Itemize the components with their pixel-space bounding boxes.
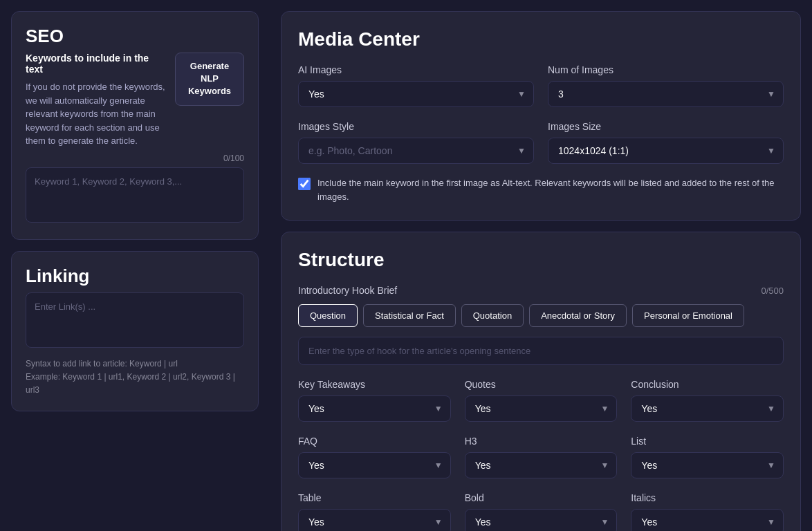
bold-select[interactable]: YesNo xyxy=(465,509,618,531)
seo-description: If you do not provide the keywords, we w… xyxy=(26,80,167,148)
conclusion-select[interactable]: YesNo xyxy=(631,395,784,422)
seo-card: SEO Keywords to include in the text If y… xyxy=(11,11,259,240)
h3-select-wrapper: YesNo ▼ xyxy=(465,452,618,478)
seo-subtitle: Keywords to include in the text xyxy=(26,53,167,75)
italics-select-wrapper: YesNo ▼ xyxy=(631,509,784,531)
h3-select[interactable]: YesNo xyxy=(465,452,618,478)
hook-brief-label: Introductory Hook Brief xyxy=(298,285,397,296)
images-style-label: Images Style xyxy=(298,121,534,132)
left-panel: SEO Keywords to include in the text If y… xyxy=(0,0,270,531)
media-center-card: Media Center AI Images Yes No ▼ Num of I… xyxy=(281,11,801,221)
hook-btn-statistical[interactable]: Statistical or Fact xyxy=(363,304,456,327)
generate-nlp-button[interactable]: Generate NLP Keywords xyxy=(175,53,244,106)
quotes-select-wrapper: YesNo ▼ xyxy=(465,395,618,422)
images-size-label: Images Size xyxy=(548,121,784,132)
italics-select[interactable]: YesNo xyxy=(631,509,784,531)
bold-group: Bold YesNo ▼ xyxy=(465,492,618,531)
quotes-label: Quotes xyxy=(465,379,618,390)
alt-text-checkbox[interactable] xyxy=(298,178,311,190)
images-size-group: Images Size 1024x1024 (1:1) 1792x1024 (1… xyxy=(548,121,784,164)
hook-header: Introductory Hook Brief 0/500 xyxy=(298,285,784,296)
num-images-label: Num of Images xyxy=(548,64,784,75)
media-center-title: Media Center xyxy=(298,28,784,50)
seo-top: Keywords to include in the text If you d… xyxy=(26,53,244,148)
hook-btn-quotation[interactable]: Quotation xyxy=(461,304,524,327)
table-group: Table YesNo ▼ xyxy=(298,492,451,531)
list-select-wrapper: YesNo ▼ xyxy=(631,452,784,478)
h3-group: H3 YesNo ▼ xyxy=(465,436,618,478)
italics-label: Italics xyxy=(631,492,784,503)
bold-label: Bold xyxy=(465,492,618,503)
conclusion-group: Conclusion YesNo ▼ xyxy=(631,379,784,422)
right-panel: Media Center AI Images Yes No ▼ Num of I… xyxy=(270,0,812,531)
ai-images-label: AI Images xyxy=(298,64,534,75)
syntax-line2: Example: Keyword 1 | url1, Keyword 2 | u… xyxy=(26,372,235,395)
media-center-bottom-row: Images Style e.g. Photo, Cartoon Photo C… xyxy=(298,121,784,164)
table-select[interactable]: YesNo xyxy=(298,509,451,531)
key-takeaways-select[interactable]: YesNo xyxy=(298,395,451,422)
alt-text-label: Include the main keyword in the first im… xyxy=(317,176,784,203)
keywords-textarea[interactable] xyxy=(26,167,244,223)
num-images-group: Num of Images 1 2 3 4 5 ▼ xyxy=(548,64,784,107)
linking-card: Linking Syntax to add link to article: K… xyxy=(11,251,259,412)
structure-fields-grid: Key Takeaways YesNo ▼ Quotes YesNo ▼ xyxy=(298,379,784,531)
faq-group: FAQ YesNo ▼ xyxy=(298,436,451,478)
hook-btn-question[interactable]: Question xyxy=(298,304,358,327)
ai-images-group: AI Images Yes No ▼ xyxy=(298,64,534,107)
hook-text-input[interactable] xyxy=(298,337,784,365)
hook-btn-personal[interactable]: Personal or Emotional xyxy=(632,304,744,327)
key-takeaways-group: Key Takeaways YesNo ▼ xyxy=(298,379,451,422)
hook-buttons: Question Statistical or Fact Quotation A… xyxy=(298,304,784,327)
quotes-group: Quotes YesNo ▼ xyxy=(465,379,618,422)
seo-text: Keywords to include in the text If you d… xyxy=(26,53,167,148)
list-select[interactable]: YesNo xyxy=(631,452,784,478)
bold-select-wrapper: YesNo ▼ xyxy=(465,509,618,531)
num-images-select[interactable]: 1 2 3 4 5 xyxy=(548,81,784,107)
h3-label: H3 xyxy=(465,436,618,447)
linking-title: Linking xyxy=(26,266,244,287)
seo-title: SEO xyxy=(26,26,244,47)
hook-count: 0/500 xyxy=(761,286,784,296)
italics-group: Italics YesNo ▼ xyxy=(631,492,784,531)
structure-card: Structure Introductory Hook Brief 0/500 … xyxy=(281,232,801,531)
ai-images-select-wrapper: Yes No ▼ xyxy=(298,81,534,107)
images-size-select-wrapper: 1024x1024 (1:1) 1792x1024 (16:9) 1024x17… xyxy=(548,138,784,164)
faq-select[interactable]: YesNo xyxy=(298,452,451,478)
faq-label: FAQ xyxy=(298,436,451,447)
images-style-group: Images Style e.g. Photo, Cartoon Photo C… xyxy=(298,121,534,164)
images-style-select-wrapper: e.g. Photo, Cartoon Photo Cartoon Illust… xyxy=(298,138,534,164)
num-images-select-wrapper: 1 2 3 4 5 ▼ xyxy=(548,81,784,107)
table-label: Table xyxy=(298,492,451,503)
list-group: List YesNo ▼ xyxy=(631,436,784,478)
conclusion-label: Conclusion xyxy=(631,379,784,390)
list-label: List xyxy=(631,436,784,447)
syntax-line1: Syntax to add link to article: Keyword |… xyxy=(26,359,178,369)
structure-title: Structure xyxy=(298,249,784,271)
key-takeaways-label: Key Takeaways xyxy=(298,379,451,390)
checkbox-row: Include the main keyword in the first im… xyxy=(298,176,784,203)
table-select-wrapper: YesNo ▼ xyxy=(298,509,451,531)
images-style-select[interactable]: e.g. Photo, Cartoon Photo Cartoon Illust… xyxy=(298,138,534,164)
media-center-top-row: AI Images Yes No ▼ Num of Images 1 2 3 xyxy=(298,64,784,107)
ai-images-select[interactable]: Yes No xyxy=(298,81,534,107)
conclusion-select-wrapper: YesNo ▼ xyxy=(631,395,784,422)
key-takeaways-select-wrapper: YesNo ▼ xyxy=(298,395,451,422)
quotes-select[interactable]: YesNo xyxy=(465,395,618,422)
hook-btn-anecdotal[interactable]: Anecdotal or Story xyxy=(529,304,627,327)
linking-textarea[interactable] xyxy=(26,292,244,348)
faq-select-wrapper: YesNo ▼ xyxy=(298,452,451,478)
images-size-select[interactable]: 1024x1024 (1:1) 1792x1024 (16:9) 1024x17… xyxy=(548,138,784,164)
linking-syntax: Syntax to add link to article: Keyword |… xyxy=(26,357,244,398)
seo-char-count: 0/100 xyxy=(26,153,244,163)
